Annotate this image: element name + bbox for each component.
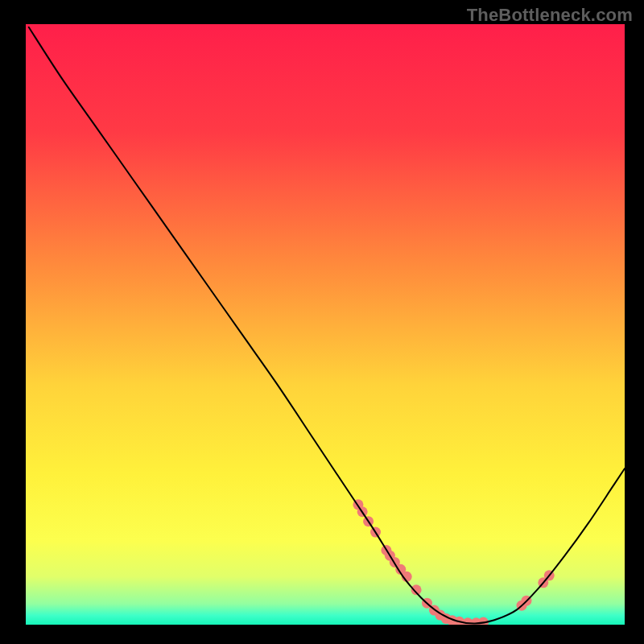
attribution-watermark: TheBottleneck.com	[467, 5, 633, 26]
chart-frame	[26, 24, 625, 625]
bottleneck-chart	[26, 24, 625, 625]
chart-background-gradient	[26, 24, 625, 625]
